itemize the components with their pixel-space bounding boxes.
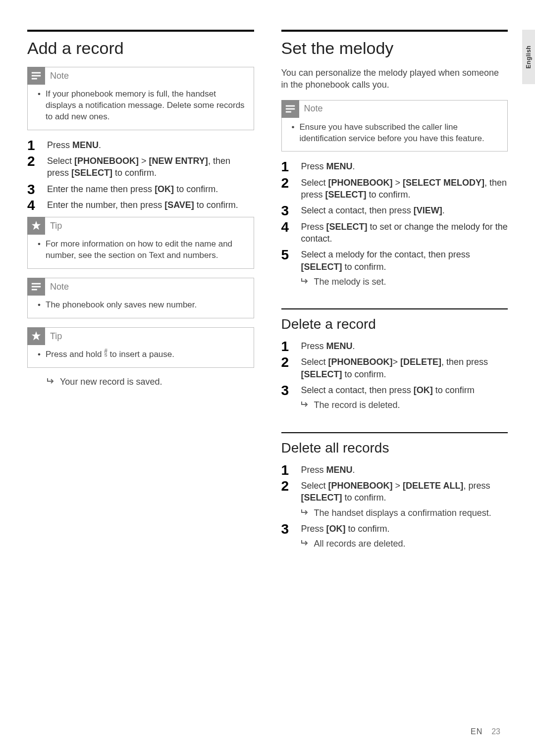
callout-body: Press and hold #S to insert a pause.	[36, 349, 246, 360]
svg-rect-6	[32, 289, 37, 291]
step-item: Press MENU.	[281, 464, 508, 476]
section-rule	[27, 30, 254, 32]
result-line: The handset displays a confirmation requ…	[301, 507, 508, 519]
language-tab: English	[522, 30, 535, 84]
step-item: Select [PHONEBOOK] > [DELETE ALL], press…	[281, 480, 508, 519]
step-item: Press [SELECT] to set or change the melo…	[281, 221, 508, 245]
result-text: The melody is set.	[314, 276, 386, 288]
result-text: Your new record is saved.	[60, 377, 162, 387]
tip-icon	[27, 217, 45, 235]
step-item: Enter the name then press [OK] to confir…	[27, 183, 254, 195]
callout-body: For more information on how to edit the …	[36, 239, 246, 261]
result-arrow-icon	[301, 276, 310, 288]
callout-body: The phonebook only saves new number.	[36, 300, 246, 311]
callout-header: Note	[27, 278, 246, 296]
note-icon	[27, 278, 45, 296]
section-title: Delete all records	[281, 440, 508, 456]
result-line: The melody is set.	[301, 276, 508, 288]
section-delete-all: Delete all records Press MENU. Select [P…	[281, 432, 508, 550]
hash-key-icon: #S	[104, 349, 107, 357]
section-set-melody: Set the melody You can personalize the m…	[281, 30, 508, 288]
result-text: All records are deleted.	[314, 538, 406, 550]
step-item: Select [PHONEBOOK] > [SELECT MELODY], th…	[281, 177, 508, 201]
tip-callout: Tip For more information on how to edit …	[27, 217, 254, 269]
section-intro: You can personalize the melody played wh…	[281, 67, 508, 91]
note-callout: Note Ensure you have subscribed the call…	[281, 100, 508, 152]
svg-rect-9	[285, 108, 294, 109]
section-add-record: Add a record Note If your phonebook memo…	[27, 30, 254, 387]
svg-rect-8	[285, 105, 294, 106]
step-item: Press MENU.	[281, 160, 508, 172]
callout-header: Tip	[27, 217, 246, 235]
steps-list: Press MENU. Select [PHONEBOOK] > [DELETE…	[281, 464, 508, 550]
svg-rect-5	[32, 286, 41, 288]
page-footer: EN 23	[471, 727, 500, 736]
step-item: Select a contact, then press [OK] to con…	[281, 384, 508, 411]
step-item: Select a melody for the contact, then pr…	[281, 249, 508, 288]
right-column: Set the melody You can personalize the m…	[281, 30, 508, 570]
section-rule	[281, 308, 508, 309]
section-title: Delete a record	[281, 316, 508, 332]
footer-lang: EN	[471, 727, 482, 736]
svg-rect-2	[32, 78, 37, 80]
callout-title: Tip	[50, 331, 62, 342]
result-line: The record is deleted.	[301, 399, 508, 411]
result-text: The handset displays a confirmation requ…	[314, 507, 491, 519]
result-line: All records are deleted.	[301, 538, 508, 550]
svg-rect-10	[285, 111, 291, 112]
callout-title: Note	[304, 103, 323, 114]
section-rule	[281, 432, 508, 433]
section-title: Add a record	[27, 39, 254, 58]
note-callout: Note The phonebook only saves new number…	[27, 278, 254, 318]
callout-body: If your phonebook memory is full, the ha…	[36, 89, 246, 123]
note-icon	[27, 67, 45, 85]
step-item: Enter the number, then press [SAVE] to c…	[27, 199, 254, 211]
steps-list: Press MENU. Select [PHONEBOOK] > [NEW EN…	[27, 139, 254, 211]
step-item: Press [OK] to confirm. All records are d…	[281, 523, 508, 550]
callout-title: Note	[50, 71, 69, 81]
svg-rect-0	[32, 72, 41, 74]
callout-header: Tip	[27, 327, 246, 345]
result-text: The record is deleted.	[314, 399, 400, 411]
tip-callout: Tip Press and hold #S to insert a pause.	[27, 327, 254, 368]
callout-body: Ensure you have subscribed the caller li…	[290, 122, 500, 145]
language-tab-label: English	[525, 46, 532, 69]
result-line: Your new record is saved.	[27, 377, 254, 387]
page: English Add a record Note If your phoneb…	[0, 0, 535, 756]
note-icon	[281, 100, 299, 118]
section-delete-record: Delete a record Press MENU. Select [PHON…	[281, 308, 508, 411]
footer-page-number: 23	[491, 727, 500, 736]
svg-marker-3	[32, 221, 41, 230]
callout-title: Tip	[50, 221, 62, 231]
step-item: Press MENU.	[281, 340, 508, 352]
left-column: Add a record Note If your phonebook memo…	[27, 30, 254, 570]
section-rule	[281, 30, 508, 32]
result-arrow-icon	[301, 507, 310, 519]
tip-icon	[27, 327, 45, 345]
step-item: Select a contact, then press [VIEW].	[281, 204, 508, 216]
result-arrow-icon	[47, 377, 56, 387]
step-item: Select [PHONEBOOK]> [DELETE], then press…	[281, 356, 508, 380]
step-item: Select [PHONEBOOK] > [NEW ENTRY], then p…	[27, 155, 254, 179]
steps-list: Press MENU. Select [PHONEBOOK]> [DELETE]…	[281, 340, 508, 411]
svg-rect-4	[32, 283, 41, 285]
result-arrow-icon	[301, 538, 310, 550]
svg-rect-1	[32, 75, 41, 77]
note-callout: Note If your phonebook memory is full, t…	[27, 67, 254, 130]
result-arrow-icon	[301, 399, 310, 411]
two-column-layout: Add a record Note If your phonebook memo…	[27, 30, 508, 570]
section-title: Set the melody	[281, 39, 508, 58]
step-item: Press MENU.	[27, 139, 254, 151]
steps-list: Press MENU. Select [PHONEBOOK] > [SELECT…	[281, 160, 508, 288]
callout-title: Note	[50, 282, 69, 292]
svg-marker-7	[32, 331, 41, 340]
callout-header: Note	[281, 100, 500, 118]
callout-header: Note	[27, 67, 246, 85]
